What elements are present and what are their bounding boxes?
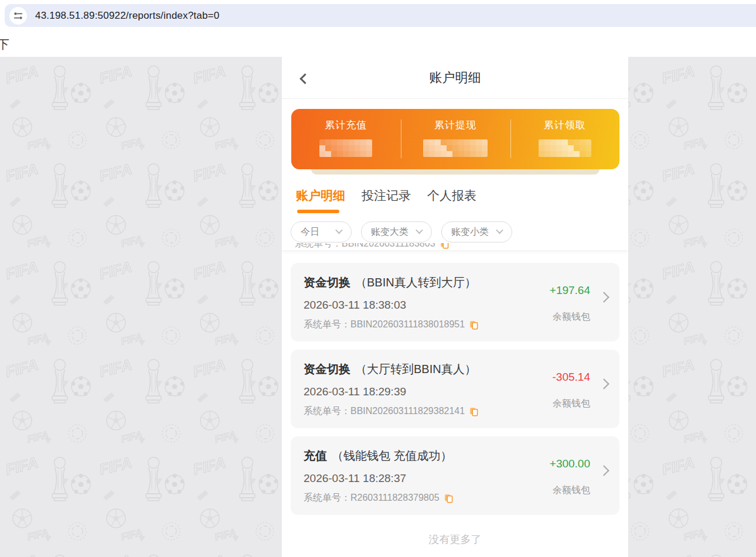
transaction-row[interactable]: 充值（钱能钱包 充值成功） 2026-03-11 18:28:37 系统单号：R… — [291, 436, 619, 515]
transaction-order: 系统单号：R2603111828379805 — [304, 492, 532, 504]
summary-card: 累计充值 累计提现 累计领取 — [291, 109, 619, 169]
url-text[interactable]: 43.198.51.89:50922/reports/index?tab=0 — [35, 10, 219, 22]
chevron-right-icon[interactable] — [598, 378, 609, 389]
browser-top-bar: 43.198.51.89:50922/reports/index?tab=0 下 — [0, 0, 756, 57]
filter-label: 今日 — [301, 226, 319, 238]
transaction-amount: +197.64 — [534, 284, 590, 297]
sticky-filter-panel: 账户明细 投注记录 个人报表 今日 账变大类 账变小类 — [282, 179, 628, 250]
wallet-label: 余额钱包 — [534, 311, 590, 323]
transaction-list: 资金切换（BBIN真人转到大厅） 2026-03-11 18:38:03 系统单… — [282, 250, 628, 557]
filter-major-category-dropdown[interactable]: 账变大类 — [361, 221, 432, 242]
summary-total-claim: 累计领取 — [510, 122, 619, 157]
chevron-left-icon — [299, 73, 310, 84]
filter-date-dropdown[interactable]: 今日 — [291, 221, 352, 242]
app-header: 账户明细 — [282, 57, 628, 99]
transaction-title: 资金切换（大厅转到BBIN真人） — [304, 361, 532, 377]
page-title: 账户明细 — [430, 69, 481, 87]
copy-icon[interactable] — [440, 243, 449, 249]
clipped-list-row: 系统单号：BBIN20260311183803 — [282, 243, 628, 250]
transaction-order: 系统单号：BBIN202603111829382141 — [304, 405, 532, 418]
order-number: BBIN202603111838018951 — [350, 319, 465, 329]
transaction-title: 资金切换（BBIN真人转到大厅） — [304, 275, 532, 291]
transaction-title: 充值（钱能钱包 充值成功） — [304, 448, 532, 464]
tabs-row: 账户明细 投注记录 个人报表 — [282, 187, 628, 205]
chevron-down-icon — [335, 227, 343, 234]
transaction-row[interactable]: 资金切换（BBIN真人转到大厅） 2026-03-11 18:38:03 系统单… — [291, 263, 619, 341]
order-number-partial: 系统单号：BBIN20260311183803 — [295, 243, 435, 250]
no-more-text: 没有更多了 — [291, 523, 619, 557]
site-settings-icon — [13, 11, 23, 21]
tab-account-detail[interactable]: 账户明细 — [296, 187, 345, 205]
wallet-label: 余额钱包 — [534, 398, 590, 410]
filter-minor-category-dropdown[interactable]: 账变小类 — [441, 221, 512, 242]
card-stack-strip — [311, 169, 600, 175]
account-detail-app: 账户明细 累计充值 累计提现 累计领取 — [282, 57, 628, 557]
transaction-amount: +300.00 — [534, 457, 590, 470]
copy-icon[interactable] — [444, 494, 453, 503]
tab-bet-records[interactable]: 投注记录 — [362, 187, 411, 205]
page-background: FIFA — [0, 57, 756, 557]
wallet-label: 余额钱包 — [534, 484, 590, 497]
censored-value — [319, 139, 372, 157]
transaction-datetime: 2026-03-11 18:38:03 — [304, 299, 532, 312]
transaction-order: 系统单号：BBIN202603111838018951 — [304, 319, 532, 331]
chevron-right-icon[interactable] — [598, 465, 609, 476]
order-number: R2603111828379805 — [350, 493, 440, 503]
summary-total-recharge: 累计充值 — [291, 122, 401, 157]
summary-label: 累计领取 — [510, 118, 619, 132]
summary-divider — [510, 119, 511, 158]
summary-label: 累计充值 — [291, 118, 401, 132]
summary-section: 累计充值 累计提现 累计领取 — [282, 99, 628, 179]
chevron-down-icon — [496, 227, 503, 234]
summary-label: 累计提现 — [401, 118, 510, 132]
transaction-datetime: 2026-03-11 18:28:37 — [304, 472, 532, 485]
site-settings-button[interactable] — [9, 7, 27, 25]
back-button[interactable] — [296, 71, 311, 86]
transaction-row[interactable]: 资金切换（大厅转到BBIN真人） 2026-03-11 18:29:39 系统单… — [291, 350, 619, 428]
copy-icon[interactable] — [469, 320, 478, 330]
summary-total-withdraw: 累计提现 — [401, 122, 510, 157]
tab-personal-report[interactable]: 个人报表 — [427, 187, 476, 205]
filter-label: 账变小类 — [451, 226, 489, 238]
censored-value — [423, 139, 488, 157]
copy-icon[interactable] — [469, 407, 478, 416]
filter-label: 账变大类 — [371, 226, 408, 238]
clipped-page-text: 下 — [0, 36, 9, 53]
filters-row: 今日 账变大类 账变小类 — [282, 213, 628, 242]
order-number: BBIN202603111829382141 — [350, 406, 465, 416]
censored-value — [539, 139, 591, 157]
address-bar[interactable]: 43.198.51.89:50922/reports/index?tab=0 — [5, 4, 756, 27]
chevron-right-icon[interactable] — [598, 292, 609, 302]
transaction-datetime: 2026-03-11 18:29:39 — [304, 385, 532, 398]
transaction-amount: -305.14 — [534, 371, 590, 384]
summary-divider — [401, 119, 401, 158]
chevron-down-icon — [416, 227, 423, 234]
